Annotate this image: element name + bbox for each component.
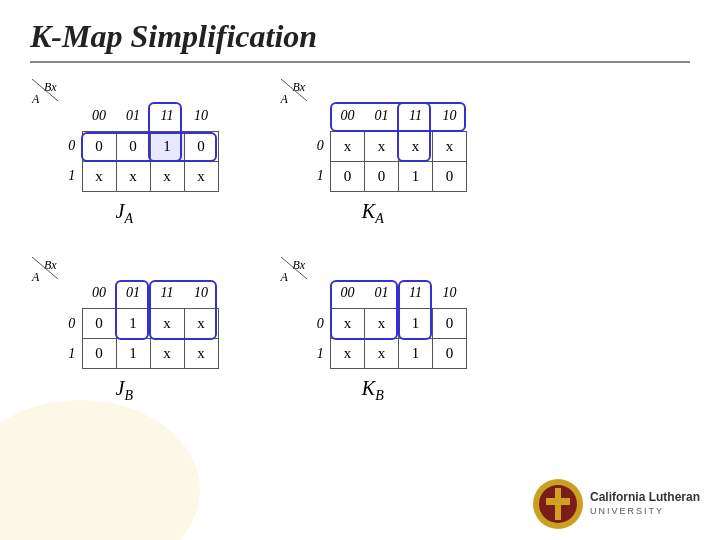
svg-rect-8 (546, 498, 570, 505)
cell-JA-0-01: 0 (116, 131, 150, 161)
cell-JB-1-10: x (184, 339, 218, 369)
kmap-KB-table: 00011110 0 x x 1 0 1 x x (311, 279, 468, 370)
kmap-JA: Bx A 00011110 0 0 (30, 79, 219, 227)
cell-KB-1-11: 1 (399, 339, 433, 369)
logo-area: California Lutheran UNIVERSITY (532, 478, 700, 530)
cell-KB-1-10: 0 (433, 339, 467, 369)
cell-JB-1-01: 1 (116, 339, 150, 369)
cell-KB-0-10: 0 (433, 309, 467, 339)
cell-KA-1-00: 0 (331, 161, 365, 191)
logo-subtitle: UNIVERSITY (590, 506, 700, 518)
kmap-JB-table: 00011110 0 0 1 x x 1 0 1 (62, 279, 219, 370)
svg-line-1 (32, 79, 58, 101)
kmap-JA-label: JA (30, 200, 219, 227)
kmap-JB-label: JB (30, 377, 219, 404)
cell-JA-1-00: x (82, 161, 116, 191)
cell-KB-0-00: x (331, 309, 365, 339)
cell-JA-0-00: 0 (82, 131, 116, 161)
title-divider (30, 61, 690, 63)
kmap-KA-table: 00011110 0 x x x x 1 0 0 (311, 101, 468, 192)
kmap-JA-table: 00011110 0 0 0 1 0 1 x x (62, 101, 219, 192)
cell-KA-0-00: x (331, 131, 365, 161)
cell-KA-0-10: x (433, 131, 467, 161)
cell-JB-0-00: 0 (82, 309, 116, 339)
cell-JA-1-01: x (116, 161, 150, 191)
cell-JB-0-01: 1 (116, 309, 150, 339)
page-title: K-Map Simplification (0, 0, 720, 61)
clu-logo-icon (532, 478, 584, 530)
cell-KB-0-01: x (365, 309, 399, 339)
cell-KB-1-00: x (331, 339, 365, 369)
svg-line-3 (281, 79, 307, 101)
cell-JA-0-10: 0 (184, 131, 218, 161)
cell-JB-0-10: x (184, 309, 218, 339)
svg-line-2 (32, 257, 58, 279)
cell-KA-1-11: 1 (399, 161, 433, 191)
kmap-KA-label: KA (279, 200, 468, 227)
cell-JB-1-11: x (150, 339, 184, 369)
kmap-KB: Bx A 00011110 0 x (279, 257, 468, 405)
cell-KA-1-10: 0 (433, 161, 467, 191)
kmap-KA: Bx A 00011110 0 x (279, 79, 468, 227)
cell-JA-1-11: x (150, 161, 184, 191)
cell-JA-1-10: x (184, 161, 218, 191)
svg-line-4 (281, 257, 307, 279)
cell-KA-0-01: x (365, 131, 399, 161)
cell-KB-1-01: x (365, 339, 399, 369)
cell-JA-0-11: 1 (150, 131, 184, 161)
cell-JB-1-00: 0 (82, 339, 116, 369)
logo-name: California Lutheran (590, 490, 700, 506)
cell-KB-0-11: 1 (399, 309, 433, 339)
cell-KA-1-01: 0 (365, 161, 399, 191)
kmap-KB-label: KB (279, 377, 468, 404)
svg-point-0 (0, 400, 200, 540)
cell-JB-0-11: x (150, 309, 184, 339)
cell-KA-0-11: x (399, 131, 433, 161)
kmap-JB: Bx A 00011110 0 0 (30, 257, 219, 405)
